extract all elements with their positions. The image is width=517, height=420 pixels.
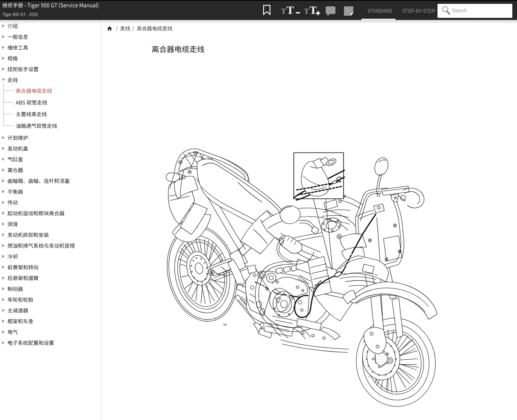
svg-text:∞φ: ∞φ [223,323,227,326]
